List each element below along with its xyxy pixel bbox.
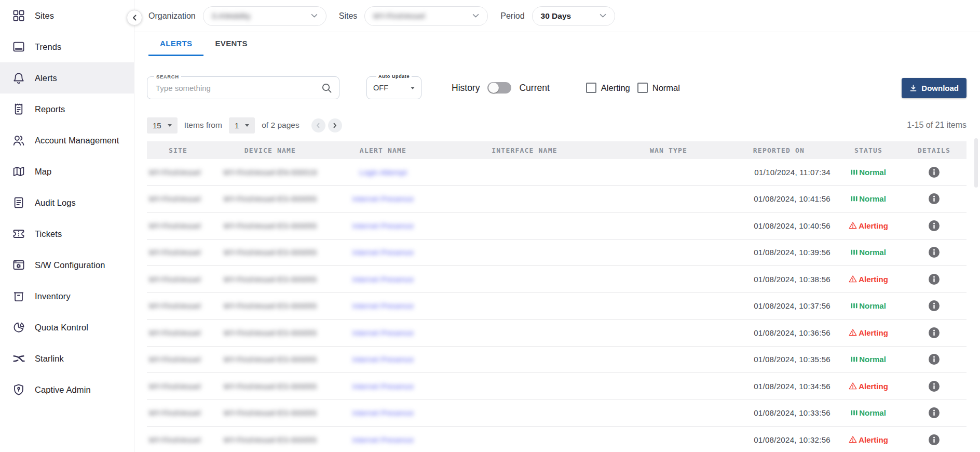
organization-select[interactable]: S.KMobility [203, 6, 326, 26]
reported-on-cell: 01/08/2024, 10:36:56 [723, 328, 835, 337]
history-current-toggle[interactable] [487, 82, 511, 94]
details-info-button[interactable] [928, 300, 940, 312]
details-info-button[interactable] [928, 220, 940, 232]
period-label: Period [500, 11, 524, 21]
tab-events[interactable]: EVENTS [203, 32, 258, 56]
period-select[interactable]: 30 Days [532, 6, 615, 26]
details-info-button[interactable] [928, 327, 940, 339]
warning-triangle-icon [849, 328, 857, 337]
scrollbar-thumb[interactable] [974, 138, 978, 188]
details-info-button[interactable] [928, 246, 940, 258]
info-icon [928, 434, 940, 446]
alert-name-link[interactable]: Internet Presence [352, 194, 414, 203]
sites-filter: Sites MY-FirstVessel [339, 6, 488, 26]
caret-down-icon [411, 87, 415, 89]
history-label: History [452, 83, 480, 94]
chevron-left-icon [316, 123, 321, 128]
tab-alerts[interactable]: ALERTS [148, 32, 203, 56]
sidebar-item-captive-admin[interactable]: Captive Admin [0, 374, 134, 405]
sidebar-item-quota-kontrol[interactable]: Quota Kontrol [0, 312, 134, 343]
items-from-label: Items from [184, 121, 222, 130]
map-icon [12, 165, 25, 178]
of-pages-label: of 2 pages [262, 121, 299, 130]
alert-name-link[interactable]: Internet Presence [352, 328, 414, 337]
info-icon [928, 193, 940, 205]
sidebar-item-account-management[interactable]: Account Management [0, 125, 134, 156]
previous-page-button[interactable] [311, 118, 325, 132]
details-info-button[interactable] [928, 353, 940, 365]
page-size-select[interactable]: 15 [147, 117, 178, 134]
sites-select[interactable]: MY-FirstVessel [364, 6, 488, 26]
alert-name-link[interactable]: Internet Presence [352, 248, 414, 257]
status-badge: Normal [851, 408, 886, 417]
table-row: MY-FirstVessel MY-FirstVessel-ES-000055 … [147, 266, 967, 293]
status-badge: Normal [851, 301, 886, 310]
status-badge: Alerting [849, 382, 888, 391]
status-badge: Normal [851, 194, 886, 203]
auto-update-label: Auto Update [376, 74, 412, 79]
device-name-cell: MY-FirstVessel-ES-000055 [209, 248, 331, 257]
alerting-checkbox[interactable] [586, 83, 596, 93]
search-input[interactable] [147, 77, 339, 99]
status-badge: Alerting [849, 221, 888, 230]
table-row: MY-FirstVessel MY-FirstVessel-ES-000055 … [147, 293, 967, 320]
next-page-button[interactable] [328, 118, 342, 132]
device-name-cell: MY-FirstVessel-ES-000055 [209, 301, 331, 310]
sidebar-item-inventory[interactable]: Inventory [0, 281, 134, 312]
warning-triangle-icon [849, 435, 857, 444]
chevron-down-icon [311, 14, 318, 18]
sidebar-item-audit-logs[interactable]: Audit Logs [0, 187, 134, 218]
sidebar-item-map[interactable]: Map [0, 156, 134, 187]
search-field-label: SEARCH [154, 74, 181, 79]
details-info-button[interactable] [928, 380, 940, 392]
download-button-label: Download [921, 84, 959, 92]
details-info-button[interactable] [928, 273, 940, 285]
caret-down-icon [245, 124, 249, 127]
sidebar-collapse-button[interactable] [127, 10, 142, 25]
alert-name-link[interactable]: Internet Presence [352, 408, 414, 417]
details-info-button[interactable] [928, 434, 940, 446]
alert-name-link[interactable]: Internet Presence [352, 221, 414, 230]
window-gear-icon [12, 258, 25, 272]
sidebar-item-label: S/W Configuration [35, 260, 105, 270]
table-row: MY-FirstVessel MY-FirstVessel-ES-000055 … [147, 347, 967, 374]
sidebar-item-s-w-configuration[interactable]: S/W Configuration [0, 249, 134, 281]
alert-name-link[interactable]: Internet Presence [352, 435, 414, 444]
alert-name-link[interactable]: Internet Presence [352, 301, 414, 310]
site-cell: MY-FirstVessel [147, 301, 209, 310]
alert-name-link[interactable]: Internet Presence [352, 355, 414, 364]
normal-checkbox[interactable] [637, 83, 648, 93]
organization-label: Organization [148, 11, 196, 21]
download-button[interactable]: Download [902, 78, 967, 98]
reported-on-cell: 01/08/2024, 10:37:56 [723, 301, 835, 310]
current-page-value: 1 [235, 121, 239, 130]
chevron-left-icon [132, 15, 137, 21]
auto-update-select[interactable]: Auto Update OFF [366, 76, 421, 99]
normal-checkbox-label: Normal [652, 83, 680, 93]
sidebar-item-alerts[interactable]: Alerts [0, 62, 134, 94]
alert-name-link[interactable]: Internet Presence [352, 382, 414, 391]
details-info-button[interactable] [928, 193, 940, 205]
details-info-button[interactable] [928, 166, 940, 178]
reported-on-cell: 01/08/2024, 10:35:56 [723, 355, 835, 364]
alert-name-link[interactable]: Internet Presence [352, 275, 414, 284]
status-badge: Alerting [849, 435, 888, 444]
table-row: MY-FirstVessel MY-FirstVessel-ES-000055 … [147, 186, 967, 213]
column-header-site: SITE [147, 147, 209, 154]
sidebar-item-tickets[interactable]: Tickets [0, 218, 134, 249]
sidebar-item-sites[interactable]: Sites [0, 0, 134, 31]
sidebar-item-trends[interactable]: Trends [0, 31, 134, 62]
filters-row: SEARCH Auto Update OFF History [147, 76, 967, 99]
tabs-bar: ALERTS EVENTS [134, 32, 980, 56]
reported-on-cell: 01/08/2024, 10:38:56 [723, 275, 835, 284]
sidebar-item-label: Tickets [35, 229, 62, 239]
column-header-interface-name: INTERFACE NAME [435, 147, 614, 154]
page-select[interactable]: 1 [229, 117, 255, 134]
sidebar-item-reports[interactable]: Reports [0, 94, 134, 125]
details-info-button[interactable] [928, 407, 940, 419]
info-icon [928, 273, 940, 285]
sidebar-item-starlink[interactable]: Starlink [0, 343, 134, 374]
reported-on-cell: 01/08/2024, 10:34:56 [723, 382, 835, 391]
info-icon [928, 407, 940, 419]
alert-name-link[interactable]: Login Attempt [359, 168, 407, 177]
